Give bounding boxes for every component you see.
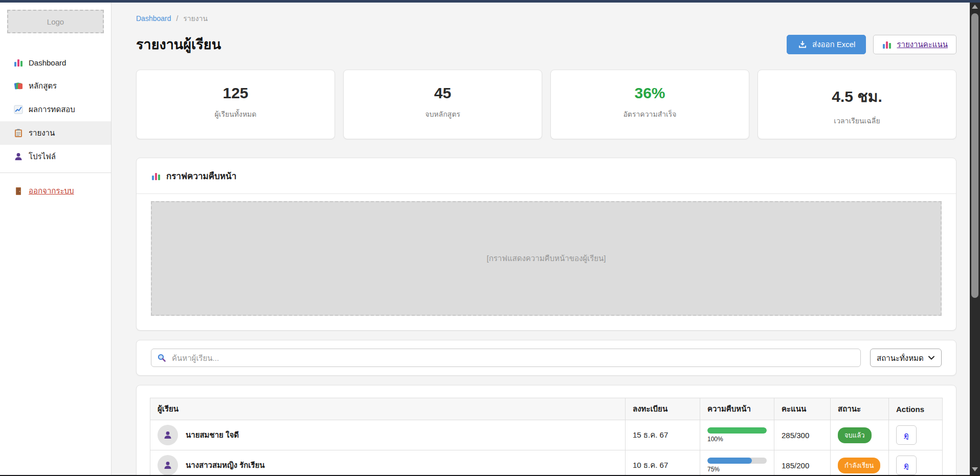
stat-card: 36% อัตราความสำเร็จ [550,70,749,139]
score-report-label: รายงานคะแนน [897,38,948,51]
sidebar-item-label: ผลการทดสอบ [29,103,75,116]
table-header-row: ผู้เรียน ลงทะเบียน ความคืบหน้า คะแนน สถา… [150,398,943,420]
sidebar-nav: Dashboard หลักสูตร ผลการทดสอบ รายงาน โปร… [0,51,111,168]
chart-title: กราฟความคืบหน้า [166,169,236,183]
stat-card: 125 ผู้เรียนทั้งหมด [136,70,335,139]
export-excel-label: ส่งออก Excel [812,38,855,51]
score-report-button[interactable]: รายงานคะแนน [873,35,956,54]
chart-placeholder-text: [กราฟแสดงความคืบหน้าของผู้เรียน] [487,252,606,265]
col-score: คะแนน [774,398,831,420]
progress-label: 75% [707,466,767,473]
logo-text: Logo [47,17,64,26]
bar-chart-icon [151,171,161,181]
progress-label: 100% [707,436,767,443]
scrollbar-thumb[interactable] [971,13,978,298]
bar-chart-icon [13,58,24,67]
score: 185/200 [774,450,831,476]
stat-cards: 125 ผู้เรียนทั้งหมด 45 จบหลักสูตร 36% อั… [136,70,956,139]
student-table: ผู้เรียน ลงทะเบียน ความคืบหน้า คะแนน สถา… [150,398,943,476]
student-name: นายสมชาย ใจดี [186,429,239,441]
stat-label: ผู้เรียนทั้งหมด [137,109,335,120]
door-icon [13,186,24,196]
books-icon [13,81,24,91]
main-content: Dashboard / รายงาน รายงานผู้เรียน ส่งออก… [112,3,970,476]
sidebar-item-reports[interactable]: รายงาน [0,121,111,145]
stat-value: 4.5 ชม. [758,84,956,109]
breadcrumb-current: รายงาน [183,14,208,23]
stat-label: อัตราความสำเร็จ [551,109,749,120]
progress-bar-fill [707,458,752,464]
score: 285/300 [774,420,831,450]
view-button-label: ดู [904,431,908,439]
progress-bar-fill [707,427,767,434]
view-button[interactable]: ดู [896,456,917,475]
progress-bar [707,427,767,434]
enroll-date: 15 ธ.ค. 67 [626,420,700,450]
sidebar-item-label: รายงาน [29,127,55,139]
clipboard-icon [13,128,24,138]
filter-bar: สถานะทั้งหมด [136,340,956,376]
logo-placeholder: Logo [7,10,104,33]
view-button-label: ดู [904,461,908,469]
sidebar-item-test-results[interactable]: ผลการทดสอบ [0,98,111,121]
student-table-body: นายสมชาย ใจดี 15 ธ.ค. 67 100% 285/300 จบ… [150,420,943,476]
chart-divider [137,193,956,194]
col-actions: Actions [889,398,943,420]
sidebar-item-dashboard[interactable]: Dashboard [0,51,111,74]
status-badge: จบแล้ว [838,427,872,443]
sidebar-item-label: โปรไฟล์ [29,150,56,163]
col-progress: ความคืบหน้า [700,398,774,420]
stat-value: 45 [344,84,542,102]
bar-chart-icon [882,40,892,49]
stat-value: 125 [137,84,335,102]
stat-value: 36% [551,84,749,102]
sidebar-item-label: หลักสูตร [29,80,57,92]
stat-card: 4.5 ชม. เวลาเรียนเฉลี่ย [758,70,956,139]
view-button[interactable]: ดู [896,425,917,445]
breadcrumb: Dashboard / รายงาน [136,13,956,24]
table-row: นางสาวสมหญิง รักเรียน 10 ธ.ค. 67 75% 185… [150,450,943,476]
download-icon [797,40,808,49]
person-icon [163,430,173,440]
sidebar-item-label: Dashboard [29,58,66,67]
progress-bar [707,458,767,464]
scrollbar[interactable] [970,0,980,476]
stat-label: เวลาเรียนเฉลี่ย [758,115,956,126]
logout-link[interactable]: ออกจากระบบ [0,179,111,203]
person-icon [163,461,173,470]
breadcrumb-separator: / [176,14,178,23]
scroll-up-arrow-icon[interactable] [972,5,978,9]
status-filter-select[interactable]: สถานะทั้งหมด [870,349,942,367]
scroll-down-arrow-icon[interactable] [972,467,978,471]
student-table-card: ผู้เรียน ลงทะเบียน ความคืบหน้า คะแนน สถา… [136,385,956,476]
avatar [158,425,178,445]
col-enrolled: ลงทะเบียน [626,398,700,420]
avatar [158,455,178,475]
progress-chart-card: กราฟความคืบหน้า [กราฟแสดงความคืบหน้าของผ… [136,158,956,331]
logout-label: ออกจากระบบ [29,185,74,197]
breadcrumb-dashboard-link[interactable]: Dashboard [136,14,171,23]
chart-placeholder: [กราฟแสดงความคืบหน้าของผู้เรียน] [151,201,942,316]
student-name: นางสาวสมหญิง รักเรียน [186,459,265,471]
export-excel-button[interactable]: ส่งออก Excel [787,35,866,54]
enroll-date: 10 ธ.ค. 67 [626,450,700,476]
page-title: รายงานผู้เรียน [136,33,221,55]
person-icon [13,152,24,161]
line-chart-icon [13,105,24,114]
stat-card: 45 จบหลักสูตร [343,70,542,139]
search-input[interactable] [151,349,861,367]
sidebar-item-courses[interactable]: หลักสูตร [0,74,111,98]
table-row: นายสมชาย ใจดี 15 ธ.ค. 67 100% 285/300 จบ… [150,420,943,450]
col-student: ผู้เรียน [150,398,626,420]
status-badge: กำลังเรียน [838,458,880,473]
header-actions: ส่งออก Excel รายงานคะแนน [787,35,956,54]
sidebar-item-profile[interactable]: โปรไฟล์ [0,145,111,168]
sidebar-divider [0,172,111,173]
sidebar: Logo Dashboard หลักสูตร ผลการทดสอบ รายงา… [0,3,112,476]
col-status: สถานะ [831,398,889,420]
stat-label: จบหลักสูตร [344,109,542,120]
top-accent-bar [0,0,980,3]
